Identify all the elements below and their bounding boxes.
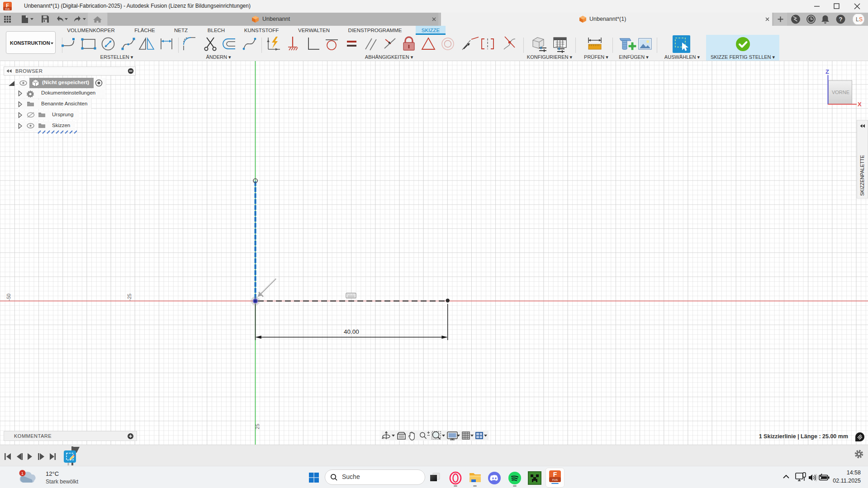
svg-text:Z: Z (825, 69, 829, 75)
svg-text:F: F (6, 3, 9, 8)
svg-text:VORNE: VORNE (832, 90, 849, 95)
svg-text:S: S (859, 16, 863, 23)
svg-text:40.00: 40.00 (344, 328, 359, 335)
svg-text:X: X (858, 101, 862, 108)
svg-text:FUS: FUS (552, 479, 558, 481)
svg-text:FUS: FUS (5, 8, 9, 10)
svg-text:L: L (856, 16, 859, 23)
svg-text:F: F (553, 471, 557, 478)
svg-text:-50: -50 (6, 294, 11, 301)
svg-text:-25: -25 (127, 294, 132, 301)
svg-text:?: ? (839, 16, 843, 23)
svg-text:1: 1 (21, 471, 24, 476)
svg-text:25: 25 (255, 424, 260, 429)
